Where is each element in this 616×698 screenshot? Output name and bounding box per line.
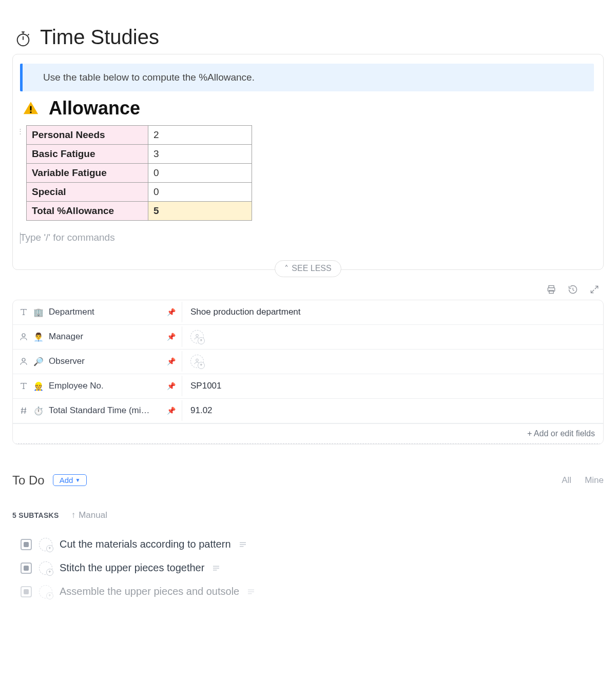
svg-point-19 <box>196 359 199 362</box>
table-row[interactable]: Basic Fatigue3 <box>27 145 252 164</box>
allowance-total-value: 5 <box>148 202 252 221</box>
description-icon[interactable] <box>238 540 247 549</box>
warning-icon <box>22 100 40 117</box>
svg-line-24 <box>22 408 23 414</box>
allowance-heading-text: Allowance <box>49 98 140 119</box>
description-icon[interactable] <box>211 564 221 573</box>
subtask-title: Stitch the upper pieces together <box>60 562 204 574</box>
pin-icon[interactable]: 📌 <box>167 308 176 316</box>
svg-line-13 <box>591 290 594 293</box>
pin-icon[interactable]: 📌 <box>167 357 176 365</box>
subtask-row[interactable]: Cut the materials according to pattern <box>21 533 604 556</box>
allowance-row-value[interactable]: 0 <box>148 183 252 202</box>
svg-point-17 <box>196 335 199 337</box>
card-toolbar <box>12 284 600 295</box>
pin-icon[interactable]: 📌 <box>167 382 176 390</box>
field-row-observer[interactable]: 🔎 Observer 📌 <box>13 350 603 374</box>
allowance-row-value[interactable]: 3 <box>148 145 252 164</box>
subtask-row[interactable]: Assemble the upper pieces and outsole <box>21 580 604 604</box>
checkbox[interactable] <box>21 586 32 597</box>
pin-icon[interactable]: 📌 <box>167 406 176 415</box>
assignee-empty-icon[interactable] <box>39 561 52 575</box>
text-type-icon <box>19 307 28 317</box>
allowance-row-label: Basic Fatigue <box>27 145 148 164</box>
subtask-row[interactable]: Stitch the upper pieces together <box>21 556 604 580</box>
sort-mode-label: Manual <box>79 510 107 520</box>
building-icon: 🏢 <box>33 307 44 317</box>
allowance-total-label: Total %Allowance <box>27 202 148 221</box>
svg-line-25 <box>25 408 26 414</box>
filter-mine[interactable]: Mine <box>585 475 604 486</box>
pin-icon[interactable]: 📌 <box>167 333 176 341</box>
drag-handle-icon[interactable]: ⋮⋮ <box>17 125 25 133</box>
description-icon[interactable] <box>246 587 256 596</box>
svg-rect-6 <box>30 111 32 113</box>
custom-fields-panel: 🏢 Department 📌 Shoe production departmen… <box>12 300 604 444</box>
add-edit-fields-button[interactable]: + Add or edit fields <box>13 423 603 444</box>
subtasks-count: 5 SUBTASKS <box>12 511 59 519</box>
command-input[interactable]: Type '/' for commands <box>19 232 597 244</box>
person-type-icon <box>19 332 28 341</box>
subtask-title: Assemble the upper pieces and outsole <box>60 586 239 597</box>
field-value[interactable] <box>182 350 603 373</box>
print-icon[interactable] <box>546 284 556 295</box>
svg-rect-9 <box>549 290 553 294</box>
assignee-empty-icon[interactable] <box>39 585 52 598</box>
assignee-empty-icon[interactable] <box>190 330 204 343</box>
see-less-button[interactable]: ˄ SEE LESS <box>275 260 341 277</box>
checkbox[interactable] <box>21 539 32 550</box>
worker-icon: 👷 <box>33 381 44 391</box>
field-label: Observer <box>49 356 176 366</box>
svg-rect-5 <box>30 106 32 111</box>
checkbox[interactable] <box>21 563 32 574</box>
field-row-total-standard-time[interactable]: ⏱️ Total Standard Time (mi… 📌 91.02 <box>13 399 603 423</box>
todo-title: To Do <box>12 473 45 488</box>
allowance-row-value[interactable]: 0 <box>148 164 252 183</box>
stopwatch-sm-icon: ⏱️ <box>33 406 44 416</box>
command-placeholder: Type '/' for commands <box>20 232 115 243</box>
field-row-department[interactable]: 🏢 Department 📌 Shoe production departmen… <box>13 300 603 325</box>
table-row[interactable]: Personal Needs2 <box>27 126 252 145</box>
field-value[interactable]: SP1001 <box>182 376 603 396</box>
field-row-manager[interactable]: 👨‍💼 Manager 📌 <box>13 325 603 350</box>
field-value[interactable]: 91.02 <box>182 400 603 421</box>
arrow-up-icon: ↑ <box>71 510 76 520</box>
allowance-heading: Allowance <box>22 98 597 119</box>
assignee-empty-icon[interactable] <box>39 538 52 551</box>
allowance-row-value[interactable]: 2 <box>148 126 252 145</box>
allowance-row-label: Special <box>27 183 148 202</box>
allowance-row-label: Personal Needs <box>27 126 148 145</box>
see-less-label: SEE LESS <box>292 264 331 273</box>
add-button[interactable]: Add ▼ <box>53 474 87 486</box>
sort-mode-button[interactable]: ↑ Manual <box>71 510 107 520</box>
allowance-card: Use the table below to compute the %Allo… <box>12 54 604 270</box>
svg-point-18 <box>22 358 25 361</box>
field-label: Total Standard Time (mi… <box>49 405 176 416</box>
magnifier-icon: 🔎 <box>33 357 44 366</box>
field-label: Department <box>49 307 176 317</box>
allowance-table: Personal Needs2 Basic Fatigue3 Variable … <box>26 125 252 221</box>
page-title-text: Time Studies <box>40 26 159 49</box>
svg-line-4 <box>28 34 29 35</box>
page-title: Time Studies <box>14 26 604 49</box>
svg-line-12 <box>595 286 598 289</box>
stopwatch-icon <box>14 29 32 46</box>
field-value[interactable] <box>182 325 603 348</box>
filter-all[interactable]: All <box>562 475 571 486</box>
history-icon[interactable] <box>568 284 578 295</box>
table-row[interactable]: Special0 <box>27 183 252 202</box>
field-value[interactable]: Shoe production department <box>182 302 603 322</box>
expand-icon[interactable] <box>589 284 600 295</box>
table-row[interactable]: Variable Fatigue0 <box>27 164 252 183</box>
text-type-icon <box>19 381 28 391</box>
allowance-row-label: Variable Fatigue <box>27 164 148 183</box>
field-label: Manager <box>49 332 176 342</box>
number-type-icon <box>19 406 28 415</box>
assignee-empty-icon[interactable] <box>190 355 204 368</box>
person-type-icon <box>19 357 28 366</box>
field-row-employee[interactable]: 👷 Employee No. 📌 SP1001 <box>13 374 603 399</box>
subtask-title: Cut the materials according to pattern <box>60 538 231 550</box>
svg-point-16 <box>22 334 25 337</box>
info-banner: Use the table below to compute the %Allo… <box>20 64 594 91</box>
table-row-total[interactable]: Total %Allowance5 <box>27 202 252 221</box>
